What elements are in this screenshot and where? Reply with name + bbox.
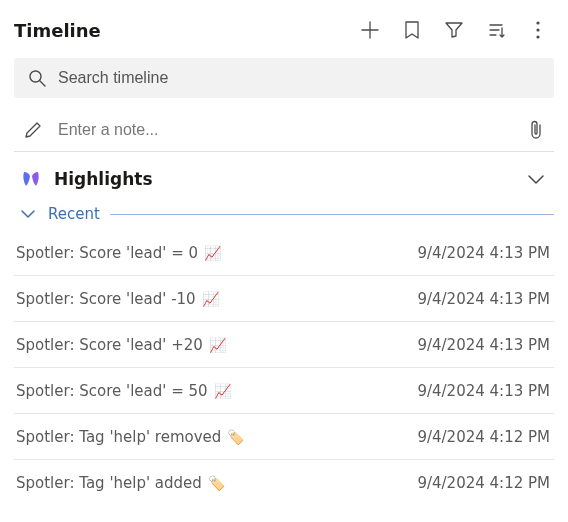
svg-point-1 (536, 28, 539, 31)
header-actions (360, 20, 554, 40)
panel-header: Timeline (14, 8, 554, 52)
pencil-icon (24, 121, 42, 139)
highlights-left: Highlights (20, 168, 153, 190)
more-icon[interactable] (528, 20, 548, 40)
attachment-icon[interactable] (526, 120, 546, 140)
note-input[interactable] (58, 121, 510, 139)
section-rule (110, 214, 554, 215)
item-title: Spotler: Score 'lead' +20📈 (16, 336, 226, 354)
item-title: Spotler: Tag 'help' removed🏷️ (16, 428, 244, 446)
highlights-header[interactable]: Highlights (14, 162, 554, 196)
search-bar[interactable] (14, 58, 554, 98)
item-time: 9/4/2024 4:12 PM (417, 474, 550, 492)
svg-point-3 (30, 71, 41, 82)
search-input[interactable] (58, 69, 540, 87)
svg-point-2 (536, 35, 539, 38)
tag-icon: 🏷️ (208, 475, 225, 491)
item-title: Spotler: Tag 'help' added🏷️ (16, 474, 225, 492)
list-item[interactable]: Spotler: Tag 'help' added🏷️ 9/4/2024 4:1… (14, 460, 554, 506)
sort-icon[interactable] (486, 20, 506, 40)
item-time: 9/4/2024 4:13 PM (417, 382, 550, 400)
chart-icon: 📈 (204, 245, 221, 261)
svg-point-0 (536, 21, 539, 24)
add-icon[interactable] (360, 20, 380, 40)
tag-icon: 🏷️ (227, 429, 244, 445)
copilot-icon (20, 168, 42, 190)
item-title: Spotler: Score 'lead' = 0📈 (16, 244, 221, 262)
highlights-label: Highlights (54, 169, 153, 189)
chart-icon: 📈 (214, 383, 231, 399)
chart-icon: 📈 (202, 291, 219, 307)
list-item[interactable]: Spotler: Tag 'help' removed🏷️ 9/4/2024 4… (14, 414, 554, 460)
page-title: Timeline (14, 20, 101, 41)
chevron-down-icon (18, 204, 38, 224)
list-item[interactable]: Spotler: Score 'lead' = 0📈 9/4/2024 4:13… (14, 230, 554, 276)
bookmark-icon[interactable] (402, 20, 422, 40)
timeline-list: Spotler: Score 'lead' = 0📈 9/4/2024 4:13… (14, 230, 554, 506)
item-time: 9/4/2024 4:13 PM (417, 290, 550, 308)
chart-icon: 📈 (209, 337, 226, 353)
filter-icon[interactable] (444, 20, 464, 40)
item-title: Spotler: Score 'lead' -10📈 (16, 290, 219, 308)
section-recent[interactable]: Recent (14, 202, 554, 230)
timeline-panel: Timeline (0, 0, 568, 506)
item-title: Spotler: Score 'lead' = 50📈 (16, 382, 231, 400)
item-time: 9/4/2024 4:13 PM (417, 244, 550, 262)
chevron-down-icon[interactable] (526, 169, 546, 189)
search-icon (28, 69, 46, 87)
list-item[interactable]: Spotler: Score 'lead' -10📈 9/4/2024 4:13… (14, 276, 554, 322)
section-label: Recent (48, 205, 100, 223)
item-time: 9/4/2024 4:12 PM (417, 428, 550, 446)
list-item[interactable]: Spotler: Score 'lead' +20📈 9/4/2024 4:13… (14, 322, 554, 368)
list-item[interactable]: Spotler: Score 'lead' = 50📈 9/4/2024 4:1… (14, 368, 554, 414)
item-time: 9/4/2024 4:13 PM (417, 336, 550, 354)
note-bar (14, 108, 554, 152)
